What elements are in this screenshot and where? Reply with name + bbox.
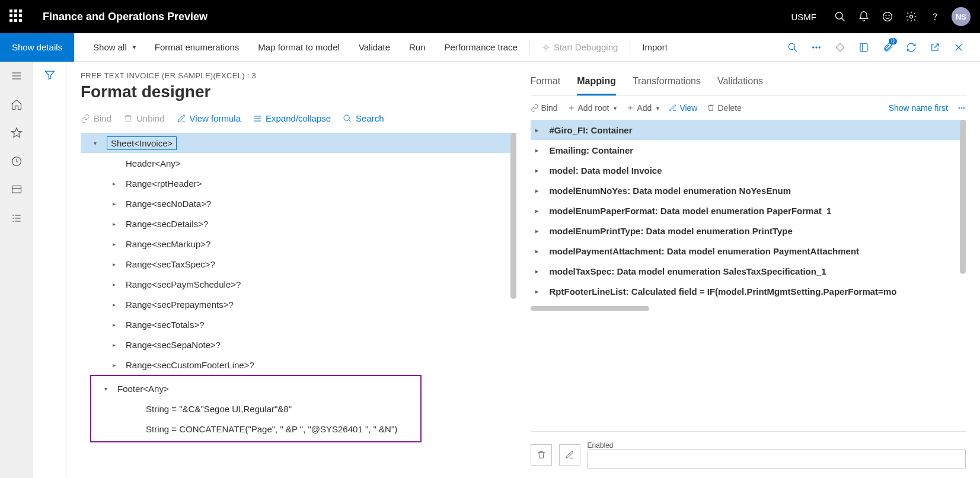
tree-item[interactable]: ▸Range<secPaymSchedule>?	[81, 274, 516, 294]
tab-mapping[interactable]: Mapping	[577, 71, 616, 95]
search-icon[interactable]	[828, 5, 852, 28]
format-toolbar: Bind Unbind View formula Expand/collapse…	[81, 113, 516, 123]
svg-point-2	[883, 12, 892, 21]
user-avatar[interactable]: NS	[952, 7, 971, 26]
svg-point-0	[836, 12, 843, 20]
map-more-icon[interactable]	[957, 104, 966, 112]
page-title: Format designer	[81, 82, 516, 101]
svg-point-7	[545, 46, 548, 49]
refresh-icon[interactable]	[899, 36, 923, 59]
star-icon[interactable]	[9, 126, 24, 140]
map-item[interactable]: ▸modelEnumPaperFormat: Data model enumer…	[531, 200, 966, 221]
bind-button[interactable]: Bind	[81, 113, 111, 123]
tree-footer-string[interactable]: String = "&C&"Segoe UI,Regular"&8"	[91, 399, 420, 419]
topbar: Finance and Operations Preview USMF NS	[0, 0, 980, 33]
diamond-icon[interactable]	[828, 36, 852, 59]
tree-item[interactable]: ▸Range<secTotals>?	[81, 314, 516, 334]
tree-root[interactable]: ▾Sheet<Invoice>	[81, 133, 516, 153]
svg-point-8	[789, 43, 795, 50]
tab-format[interactable]: Format	[531, 71, 561, 95]
company-code[interactable]: USMF	[791, 12, 817, 22]
delete-button[interactable]: Delete	[707, 103, 741, 113]
mapping-tree: ▸#Giro_FI: Container ▸Emailing: Containe…	[531, 120, 966, 422]
tree-item[interactable]: ▸Range<secSepaNote>?	[81, 334, 516, 355]
add-root-button[interactable]: Add root	[567, 103, 617, 113]
tab-validations[interactable]: Validations	[717, 71, 763, 95]
svg-point-31	[344, 115, 349, 120]
tree-item[interactable]: ▸Range<secNoData>?	[81, 193, 516, 213]
tree-item[interactable]: ▸Range<secPrepayments>?	[81, 294, 516, 314]
map-item[interactable]: ▸model: Data model Invoice	[531, 160, 966, 180]
attach-icon[interactable]: 0	[876, 36, 899, 59]
mapping-toolbar: Bind Add root Add View Delete Show name …	[531, 103, 966, 113]
import-button[interactable]: Import	[633, 33, 677, 62]
svg-point-38	[961, 107, 962, 109]
svg-line-32	[349, 120, 351, 122]
svg-line-9	[794, 49, 797, 52]
performance-trace-button[interactable]: Performance trace	[435, 33, 527, 62]
map-item[interactable]: ▸RptFooterLineList: Calculated field = I…	[531, 281, 966, 301]
view-button[interactable]: View	[669, 103, 697, 113]
left-rail	[0, 62, 33, 478]
show-details-button[interactable]: Show details	[0, 33, 74, 62]
gear-icon[interactable]	[899, 5, 923, 28]
enabled-label: Enabled	[588, 441, 966, 450]
tree-item[interactable]: ▸Range<secDetails>?	[81, 213, 516, 234]
help-icon[interactable]	[923, 5, 947, 28]
map-bind-button[interactable]: Bind	[531, 103, 558, 113]
app-title: Finance and Operations Preview	[43, 11, 208, 23]
enabled-input[interactable]	[588, 450, 966, 469]
filter-column	[33, 62, 66, 478]
tree-footer[interactable]: ▾Footer<Any>	[91, 378, 420, 399]
workspace-icon[interactable]	[9, 183, 24, 197]
search-button[interactable]: Search	[343, 113, 384, 123]
smile-icon[interactable]	[876, 5, 899, 28]
close-icon[interactable]	[947, 36, 971, 59]
svg-point-11	[816, 46, 817, 47]
tab-transformations[interactable]: Transformations	[633, 71, 701, 95]
tree-item[interactable]: Header<Any>	[81, 153, 516, 173]
svg-point-10	[813, 46, 814, 47]
validate-button[interactable]: Validate	[349, 33, 400, 62]
action-bar: Show details Show all Format enumeration…	[0, 33, 980, 62]
waffle-icon[interactable]	[9, 9, 24, 24]
breadcrumb: FREE TEXT INVOICE (ER SAMPLE)(EXCEL) : 3	[81, 71, 516, 80]
unbind-button[interactable]: Unbind	[123, 113, 165, 123]
footer-delete-icon[interactable]	[531, 444, 552, 466]
home-icon[interactable]	[9, 97, 24, 111]
tree-item[interactable]: ▸Range<secMarkup>?	[81, 234, 516, 254]
tree-footer-string[interactable]: String = CONCATENATE("Page", " &P ", "@S…	[91, 419, 420, 439]
office-icon[interactable]	[852, 36, 876, 59]
filter-icon[interactable]	[33, 69, 66, 83]
map-item[interactable]: ▸modelPaymentAttachment: Data model enum…	[531, 241, 966, 261]
view-formula-button[interactable]: View formula	[177, 113, 241, 123]
add-button[interactable]: Add	[626, 103, 659, 113]
show-all-button[interactable]: Show all	[84, 33, 145, 62]
search-action-icon[interactable]	[781, 36, 805, 59]
clock-icon[interactable]	[9, 154, 24, 168]
tree-item[interactable]: ▸Range<secCustomFooterLine>?	[81, 355, 516, 375]
start-debugging-button[interactable]: Start Debugging	[532, 33, 627, 62]
expand-collapse-button[interactable]: Expand/collapse	[253, 113, 331, 123]
map-format-button[interactable]: Map format to model	[248, 33, 349, 62]
tree-item[interactable]: ▸Range<rptHeader>	[81, 173, 516, 193]
show-name-first-button[interactable]: Show name first	[889, 103, 948, 113]
menu-icon[interactable]	[9, 69, 24, 83]
svg-point-39	[963, 107, 965, 109]
svg-point-3	[886, 15, 886, 16]
footer-edit-icon[interactable]	[559, 444, 580, 466]
map-item[interactable]: ▸modelEnumNoYes: Data model enumeration …	[531, 180, 966, 200]
map-item[interactable]: ▸Emailing: Container	[531, 140, 966, 160]
format-enumerations-button[interactable]: Format enumerations	[145, 33, 249, 62]
map-item[interactable]: ▸modelEnumPrintType: Data model enumerat…	[531, 221, 966, 241]
map-item[interactable]: ▸#Giro_FI: Container	[531, 120, 966, 140]
modules-icon[interactable]	[9, 211, 24, 225]
footer-field-row: Enabled	[531, 431, 966, 469]
popout-icon[interactable]	[923, 36, 947, 59]
tree-item[interactable]: ▸Range<secTaxSpec>?	[81, 254, 516, 274]
svg-rect-13	[860, 43, 867, 52]
more-icon[interactable]	[805, 36, 828, 59]
bell-icon[interactable]	[852, 5, 876, 28]
map-item[interactable]: ▸modelTaxSpec: Data model enumeration Sa…	[531, 261, 966, 281]
run-button[interactable]: Run	[400, 33, 435, 62]
